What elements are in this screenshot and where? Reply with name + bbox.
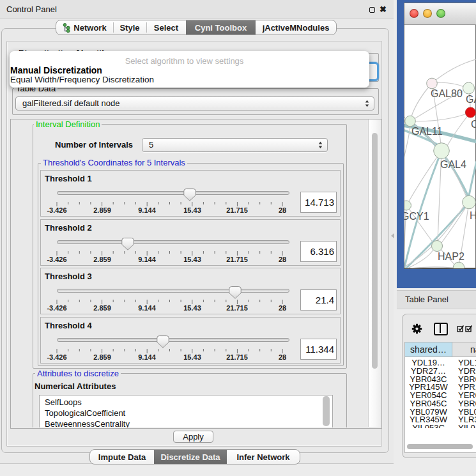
svg-text:H: H <box>470 210 476 221</box>
svg-text:GCY1: GCY1 <box>404 211 429 222</box>
svg-text:GAL11: GAL11 <box>411 126 443 137</box>
svg-text:GAL4: GAL4 <box>440 159 466 170</box>
svg-text:GA: GA <box>466 94 476 105</box>
svg-text:HAP2: HAP2 <box>438 251 464 262</box>
svg-text:C: C <box>471 119 476 130</box>
svg-text:GAL80: GAL80 <box>431 88 463 99</box>
